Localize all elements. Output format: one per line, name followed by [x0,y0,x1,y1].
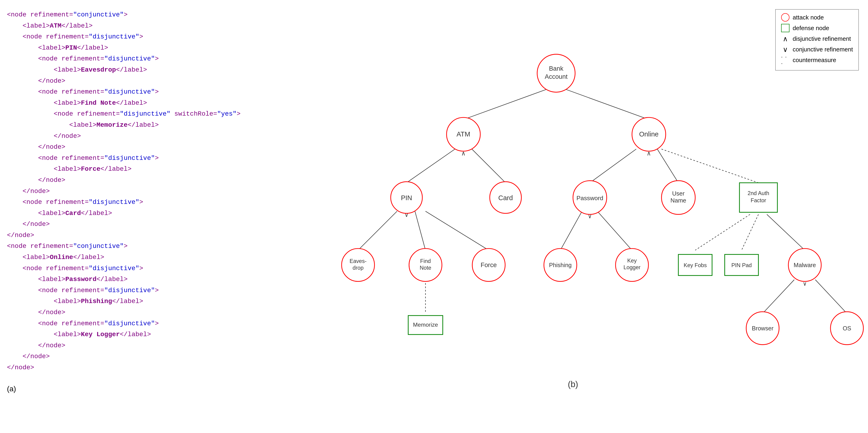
legend-conj-arrow: ∨ [781,45,789,54]
xml-line-24: <node refinement="disjunctive"> [7,263,271,274]
xml-line-1: <node refinement="conjunctive"> [7,9,271,21]
tree-diagram-panel: ∧ ∨ ∧ ∨ ∨ [278,0,868,433]
legend-counter-symbol: · · · [781,56,789,64]
xml-line-21: </node> [7,230,271,241]
svg-line-2 [407,149,455,183]
svg-line-5 [358,211,397,250]
label-card: Card [498,194,513,202]
xml-line-28: </node> [7,307,271,318]
label-findnote: Find [420,258,431,264]
xml-line-11: <label>Memorize</label> [7,120,271,131]
legend-item-defense: defense node [781,24,853,32]
svg-text:Note: Note [420,265,431,271]
xml-code-panel: <node refinement="conjunctive"> <label>A… [0,0,278,433]
label-keylogger-2: Logger [623,264,641,270]
xml-line-7: </node> [7,75,271,87]
svg-line-20 [763,280,794,313]
svg-text:Account: Account [545,73,567,80]
xml-line-26: <node refinement="disjunctive"> [7,285,271,296]
label-online: Online [639,130,659,138]
label-phishing: Phishing [549,262,572,268]
xml-line-16: </node> [7,175,271,186]
xml-line-9: <label>Find Note</label> [7,97,271,109]
xml-line-14: <node refinement="disjunctive"> [7,153,271,164]
legend-attack-circle [781,13,789,22]
svg-text:Name: Name [671,197,686,204]
svg-line-10 [590,149,636,183]
xml-line-27: <label>Phishing</label> [7,296,271,307]
svg-line-14 [560,212,582,250]
xml-line-13: </node> [7,142,271,153]
svg-line-0 [463,86,556,120]
xml-line-2: <label>ATM</label> [7,21,271,32]
xml-line-31: </node> [7,340,271,351]
svg-line-8 [426,211,489,250]
svg-text:drop: drop [352,265,364,271]
svg-line-1 [556,86,649,120]
svg-line-11 [657,149,678,183]
xml-line-18: <node refinement="disjunctive"> [7,197,271,208]
label-atm: ATM [457,130,470,138]
label-keyfobs: Key Fobs [684,262,707,268]
legend-defense-label: defense node [793,25,829,32]
label-keylogger-1: Key [627,258,637,264]
legend-attack-label: attack node [793,14,824,21]
svg-line-17 [695,214,750,250]
svg-line-19 [767,214,805,250]
xml-line-30: <label>Key Logger</label> [7,329,271,340]
xml-line-10: <node refinement="disjunctive" switchRol… [7,109,271,120]
legend-disj-label: disjunctive refinement [793,35,851,42]
xml-line-32: </node> [7,351,271,362]
svg-line-12 [661,149,758,183]
label-force: Force [481,261,497,269]
legend-item-disj: ∧ disjunctive refinement [781,34,853,43]
caption-a: (a) [7,382,271,395]
xml-line-22: <node refinement="conjunctive"> [7,241,271,252]
svg-line-15 [598,212,632,250]
xml-line-12: </node> [7,131,271,142]
legend: attack node defense node ∧ disjunctive r… [775,9,859,70]
xml-line-8: <node refinement="disjunctive"> [7,86,271,97]
xml-line-15: <label>Force</label> [7,163,271,175]
legend-disj-arrow: ∧ [781,34,789,43]
xml-line-17: </node> [7,186,271,197]
label-pin: PIN [401,194,412,202]
legend-defense-square [781,24,789,32]
legend-conj-label: conjunctive refinement [793,46,853,53]
xml-line-33: </node> [7,362,271,373]
xml-line-23: <label>Online</label> [7,252,271,263]
label-2nd-auth-1: 2nd Auth [748,190,769,196]
xml-line-6: <label>Eavesdrop</label> [7,64,271,75]
svg-line-21 [815,280,847,313]
xml-line-25: <label>Password</label> [7,274,271,285]
label-eavesdrop: Eaves- [349,258,367,264]
legend-counter-label: countermeasure [793,57,836,64]
legend-item-counter: · · · countermeasure [781,56,853,64]
label-password: Password [576,195,603,202]
label-malware: Malware [794,262,816,268]
svg-line-18 [742,214,758,250]
xml-line-4: <label>PIN</label> [7,42,271,54]
xml-line-19: <label>Card</label> [7,208,271,219]
label-os: OS [843,325,851,332]
label-browser: Browser [752,325,774,332]
label-bank-account: Bank [549,65,564,72]
xml-line-5: <node refinement="disjunctive"> [7,53,271,64]
xml-line-20: </node> [7,219,271,230]
label-username: User [672,190,685,197]
legend-item-attack: attack node [781,13,853,22]
label-2nd-auth-2: Factor [750,197,766,204]
xml-line-3: <node refinement="disjunctive"> [7,31,271,42]
caption-b: (b) [568,379,578,389]
legend-item-conj: ∨ conjunctive refinement [781,45,853,54]
svg-line-3 [472,149,506,183]
label-pinpad: PIN Pad [731,262,752,268]
svg-line-6 [415,211,425,250]
xml-line-29: <node refinement="disjunctive"> [7,318,271,329]
label-memorize: Memorize [413,321,438,328]
